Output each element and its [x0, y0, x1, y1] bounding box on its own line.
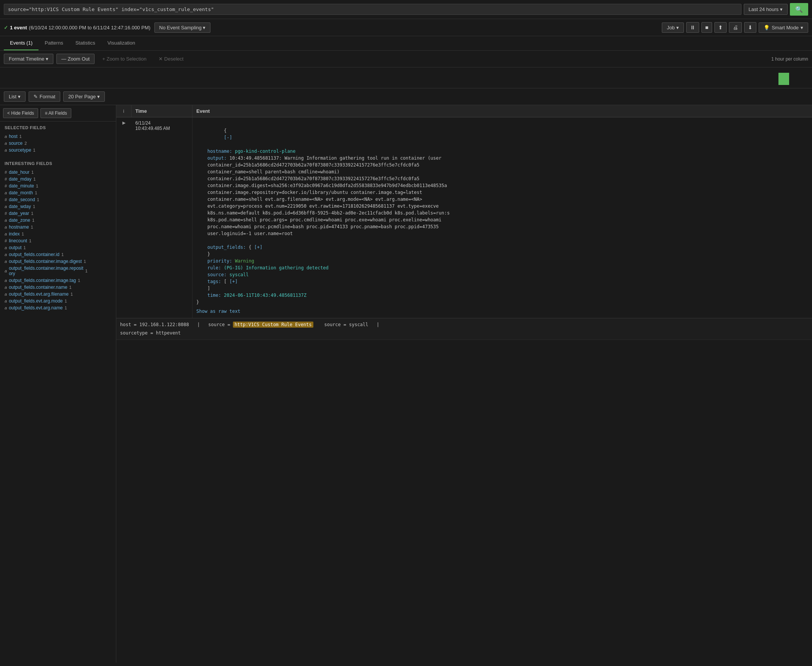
field-index[interactable]: a index 1	[5, 231, 111, 237]
tab-statistics[interactable]: Statistics	[69, 36, 101, 50]
field-output-evt-arg-mode[interactable]: a output_fields.evt.arg.mode 1	[5, 298, 111, 305]
sidebar: < Hide Fields ≡ All Fields SELECTED FIEL…	[0, 105, 116, 663]
col-info: i	[116, 105, 132, 117]
hide-fields-button[interactable]: < Hide Fields	[3, 108, 38, 118]
field-output-evt-arg-filename[interactable]: a output_fields.evt.arg.filename 1	[5, 291, 111, 298]
field-date-zone[interactable]: a date_zone 1	[5, 217, 111, 224]
field-date-month[interactable]: a date_month 1	[5, 190, 111, 196]
field-date-minute[interactable]: # date_minute 1	[5, 183, 111, 190]
tab-events[interactable]: Events (1)	[4, 36, 38, 50]
user-line: user.loginuid=-1 user.name=root	[207, 231, 293, 236]
output-fields-expand[interactable]: [+]	[254, 245, 263, 250]
per-page-button[interactable]: 20 Per Page ▾	[63, 91, 105, 102]
format-label: Format	[40, 94, 55, 99]
field-output-container-image-repository[interactable]: a output_fields.container.image.reposito…	[5, 265, 111, 277]
sidebar-header: < Hide Fields ≡ All Fields	[0, 105, 116, 122]
container-image-repo-line: container.image.repository=docker.io/lib…	[207, 190, 422, 195]
sampling-label: No Event Sampling	[159, 25, 202, 30]
job-caret: ▾	[676, 25, 679, 30]
selected-fields-title: SELECTED FIELDS	[5, 125, 111, 130]
zoom-out-button[interactable]: — Zoom Out	[56, 54, 94, 64]
deselect: ✕ Deselect	[154, 54, 188, 64]
zoom-out-label: — Zoom Out	[61, 56, 89, 62]
count-text: 1 event	[10, 25, 27, 30]
download-button[interactable]: ⬇	[744, 22, 756, 33]
time-range-button[interactable]: Last 24 hours ▾	[744, 4, 787, 15]
format-timeline-label: Format Timeline	[9, 56, 44, 62]
list-caret: ▾	[18, 94, 21, 99]
hide-fields-label: < Hide Fields	[7, 110, 34, 116]
time-range-label: Last 24 hours	[749, 7, 779, 12]
field-source[interactable]: a source 2	[5, 140, 111, 147]
format-timeline-button[interactable]: Format Timeline ▾	[4, 54, 53, 64]
output-val: 10:43:49.485681137: Warning Information …	[230, 155, 442, 161]
all-fields-icon: ≡	[45, 110, 47, 116]
container-image-digest-line: container.image.digest=sha256:e3f92abc09…	[207, 183, 447, 188]
field-output-container-name[interactable]: a output_fields.container.name 1	[5, 284, 111, 291]
field-output[interactable]: a output 1	[5, 244, 111, 251]
format-button[interactable]: ✎ Format	[28, 91, 60, 102]
meta-source2: source = syscall	[324, 322, 368, 327]
hostname-key: hostname:	[207, 148, 232, 154]
tags-expand[interactable]: [+]	[230, 279, 238, 284]
job-label: Job	[667, 25, 675, 30]
container-id2-line: container.id=25b1a5686cd2d472703b62a70f8…	[207, 176, 419, 181]
field-output-container-image-digest[interactable]: a output_fields.container.image.digest 1	[5, 258, 111, 265]
row-expand-button[interactable]: ▶	[116, 117, 132, 318]
field-date-hour[interactable]: # date_hour 1	[5, 169, 111, 176]
toolbar-right: Job ▾ ⏸ ■ ⬆ 🖨 ⬇ 💡 Smart Mode ▾	[662, 22, 808, 33]
field-output-evt-arg-name[interactable]: a output_fields.evt.arg.name 1	[5, 305, 111, 311]
field-linecount[interactable]: # linecount 1	[5, 237, 111, 244]
event-content: { [-] hostname: pgo-kind-control-plane o…	[192, 117, 812, 318]
field-date-year[interactable]: # date_year 1	[5, 210, 111, 217]
output-key: output:	[207, 155, 227, 161]
show-raw-link[interactable]: Show as raw text	[196, 308, 808, 315]
stop-button[interactable]: ■	[701, 22, 712, 33]
search-input[interactable]	[4, 4, 741, 15]
json-collapse[interactable]: [-]	[224, 135, 232, 140]
event-time: 10:43:49.485 AM	[135, 126, 189, 131]
field-hostname[interactable]: a hostname 1	[5, 224, 111, 231]
priority-val: Warning	[235, 258, 254, 264]
field-output-container-image-tag[interactable]: a output_fields.container.image.tag 1	[5, 277, 111, 284]
pause-icon: ⏸	[690, 25, 695, 30]
tab-visualization[interactable]: Visualization	[101, 36, 141, 50]
smart-mode-button[interactable]: 💡 Smart Mode ▾	[759, 23, 808, 33]
rule-key: rule:	[207, 265, 221, 270]
search-button[interactable]: 🔍	[790, 3, 808, 16]
field-sourcetype[interactable]: a sourcetype 1	[5, 147, 111, 153]
col-event: Event	[192, 105, 812, 117]
field-date-wday[interactable]: a date_wday 1	[5, 203, 111, 210]
list-button[interactable]: List ▾	[4, 91, 26, 102]
source-key: source:	[207, 272, 227, 277]
selected-fields-section: SELECTED FIELDS a host 1 a source 2 a so…	[0, 122, 116, 157]
field-host[interactable]: a host 1	[5, 133, 111, 140]
field-output-container-id[interactable]: a output_fields.container.id 1	[5, 251, 111, 258]
k8s-ns-line: k8s.ns.name=default k8s.pod.id=6d36bff8-…	[207, 210, 450, 216]
smart-mode-label: Smart Mode	[772, 25, 799, 30]
print-button[interactable]: 🖨	[729, 22, 742, 33]
metadata-row: host = 192.168.1.122:8088 | source = htt…	[116, 318, 812, 340]
sampling-button[interactable]: No Event Sampling ▾	[154, 23, 211, 33]
field-date-second[interactable]: # date_second 1	[5, 196, 111, 203]
job-button[interactable]: Job ▾	[662, 23, 684, 33]
list-controls: List ▾ ✎ Format 20 Per Page ▾	[0, 88, 812, 105]
per-page-caret: ▾	[97, 94, 100, 99]
zoom-to-selection: + Zoom to Selection	[98, 54, 151, 64]
meta-host: host = 192.168.1.122:8088	[120, 322, 189, 327]
hostname-val: pgo-kind-control-plane	[235, 148, 296, 154]
pause-button[interactable]: ⏸	[686, 22, 699, 33]
timeline-bar: Format Timeline ▾ — Zoom Out + Zoom to S…	[0, 51, 812, 68]
table-header: i Time Event	[116, 105, 812, 117]
pencil-icon: ✎	[33, 94, 38, 99]
field-date-mday[interactable]: # date_mday 1	[5, 176, 111, 183]
meta-source-highlight: http:V1CS Custom Rule Events	[233, 321, 313, 328]
tags-key: tags:	[207, 279, 221, 284]
table-row: ▶ 6/11/24 10:43:49.485 AM { [-] hostname…	[116, 117, 812, 318]
container-name-line: container_name=shell parent=bash cmdline…	[207, 169, 340, 175]
bulb-icon: 💡	[764, 25, 770, 30]
interesting-fields-title: INTERESTING FIELDS	[5, 161, 111, 166]
all-fields-button[interactable]: ≡ All Fields	[40, 108, 71, 118]
tab-patterns[interactable]: Patterns	[38, 36, 69, 50]
share-button[interactable]: ⬆	[714, 22, 727, 33]
